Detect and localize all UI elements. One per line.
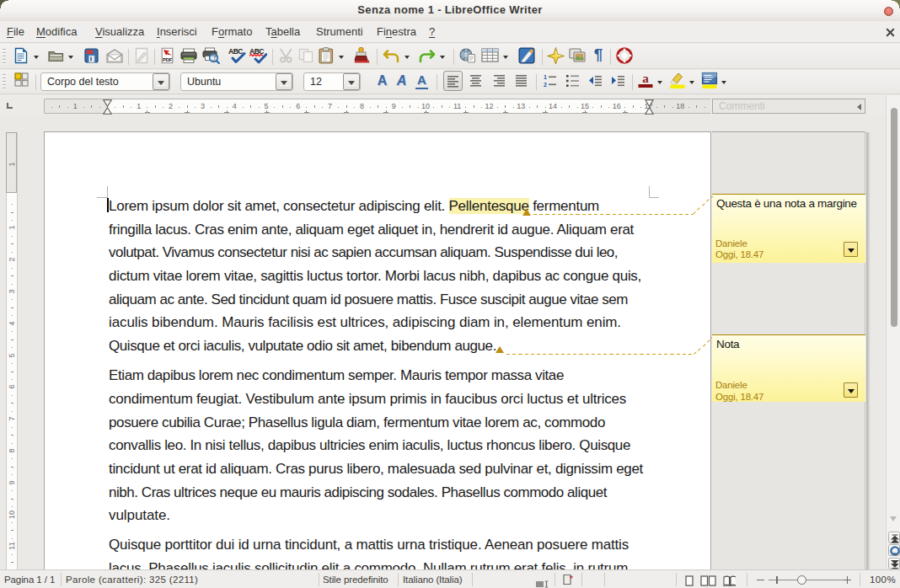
svg-text:*: * <box>570 575 573 584</box>
svg-text:2: 2 <box>544 82 547 88</box>
svg-text:1: 1 <box>544 74 547 80</box>
svg-text:ABC: ABC <box>228 47 243 56</box>
svg-text:a: a <box>642 72 649 85</box>
svg-text:PDF: PDF <box>163 57 173 62</box>
